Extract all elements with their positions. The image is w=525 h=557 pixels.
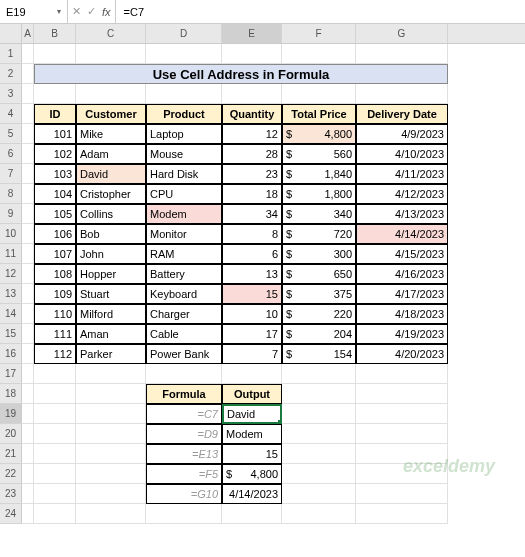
row-header[interactable]: 8: [0, 184, 22, 204]
row-header[interactable]: 20: [0, 424, 22, 444]
cell[interactable]: [22, 404, 34, 424]
col-header-d[interactable]: D: [146, 24, 222, 43]
cell-qty[interactable]: 18: [222, 184, 282, 204]
cell-id[interactable]: 102: [34, 144, 76, 164]
cell-date[interactable]: 4/16/2023: [356, 264, 448, 284]
formula-header[interactable]: Formula: [146, 384, 222, 404]
cell-customer[interactable]: Bob: [76, 224, 146, 244]
cell-id[interactable]: 105: [34, 204, 76, 224]
row-header[interactable]: 2: [0, 64, 22, 84]
output-cell[interactable]: 15: [222, 444, 282, 464]
output-cell[interactable]: $4,800: [222, 464, 282, 484]
cell[interactable]: [22, 264, 34, 284]
formula-cell[interactable]: =D9: [146, 424, 222, 444]
col-header-a[interactable]: A: [22, 24, 34, 43]
cell[interactable]: [76, 424, 146, 444]
row-header[interactable]: 14: [0, 304, 22, 324]
cell-date[interactable]: 4/10/2023: [356, 144, 448, 164]
fx-icon[interactable]: fx: [102, 6, 111, 18]
header-quantity[interactable]: Quantity: [222, 104, 282, 124]
cell[interactable]: [34, 384, 76, 404]
header-delivery[interactable]: Delivery Date: [356, 104, 448, 124]
cell-price[interactable]: $204: [282, 324, 356, 344]
cell[interactable]: [34, 44, 76, 64]
col-header-b[interactable]: B: [34, 24, 76, 43]
formula-cell[interactable]: =E13: [146, 444, 222, 464]
row-header[interactable]: 4: [0, 104, 22, 124]
cell[interactable]: [76, 444, 146, 464]
cell[interactable]: [356, 484, 448, 504]
cell-price[interactable]: $375: [282, 284, 356, 304]
cell-id[interactable]: 109: [34, 284, 76, 304]
output-cell[interactable]: Modem: [222, 424, 282, 444]
row-header[interactable]: 19: [0, 404, 22, 424]
cell-product[interactable]: Mouse: [146, 144, 222, 164]
cell-id[interactable]: 104: [34, 184, 76, 204]
cell[interactable]: [282, 364, 356, 384]
formula-bar-value[interactable]: =C7: [116, 6, 153, 18]
cell[interactable]: [22, 104, 34, 124]
row-header[interactable]: 24: [0, 504, 22, 524]
header-product[interactable]: Product: [146, 104, 222, 124]
cell[interactable]: [34, 84, 76, 104]
row-header[interactable]: 11: [0, 244, 22, 264]
row-header[interactable]: 23: [0, 484, 22, 504]
cell-date[interactable]: 4/20/2023: [356, 344, 448, 364]
cell[interactable]: [22, 84, 34, 104]
cell-date[interactable]: 4/17/2023: [356, 284, 448, 304]
cell-product[interactable]: Charger: [146, 304, 222, 324]
cell-price[interactable]: $220: [282, 304, 356, 324]
cell-customer[interactable]: Mike: [76, 124, 146, 144]
cell-customer[interactable]: Milford: [76, 304, 146, 324]
cell[interactable]: [222, 504, 282, 524]
row-header[interactable]: 22: [0, 464, 22, 484]
col-header-c[interactable]: C: [76, 24, 146, 43]
cell[interactable]: [76, 464, 146, 484]
cell-customer[interactable]: Cristopher: [76, 184, 146, 204]
name-box[interactable]: E19 ▾: [0, 0, 68, 23]
cell-date[interactable]: 4/9/2023: [356, 124, 448, 144]
cell-product[interactable]: Laptop: [146, 124, 222, 144]
cell[interactable]: [34, 424, 76, 444]
cell-customer[interactable]: Aman: [76, 324, 146, 344]
cell-date[interactable]: 4/11/2023: [356, 164, 448, 184]
cell[interactable]: [22, 64, 34, 84]
cell[interactable]: [282, 44, 356, 64]
cell[interactable]: [22, 484, 34, 504]
cell-date[interactable]: 4/13/2023: [356, 204, 448, 224]
cell[interactable]: [222, 44, 282, 64]
cell-qty[interactable]: 15: [222, 284, 282, 304]
cell[interactable]: [22, 424, 34, 444]
cell[interactable]: [22, 304, 34, 324]
cell-product[interactable]: Modem: [146, 204, 222, 224]
cell[interactable]: [356, 444, 448, 464]
cell-product[interactable]: CPU: [146, 184, 222, 204]
cell[interactable]: [22, 164, 34, 184]
cell[interactable]: [282, 444, 356, 464]
cell-id[interactable]: 101: [34, 124, 76, 144]
cell[interactable]: [34, 444, 76, 464]
cell[interactable]: [356, 504, 448, 524]
cell[interactable]: [22, 244, 34, 264]
cell-date[interactable]: 4/14/2023: [356, 224, 448, 244]
cell[interactable]: [22, 324, 34, 344]
cell[interactable]: [34, 504, 76, 524]
cell-price[interactable]: $340: [282, 204, 356, 224]
confirm-icon[interactable]: ✓: [87, 5, 96, 18]
cell[interactable]: [146, 84, 222, 104]
cell-date[interactable]: 4/12/2023: [356, 184, 448, 204]
row-header[interactable]: 12: [0, 264, 22, 284]
cell[interactable]: [22, 224, 34, 244]
cell[interactable]: [282, 464, 356, 484]
col-header-g[interactable]: G: [356, 24, 448, 43]
cell-qty[interactable]: 10: [222, 304, 282, 324]
row-header[interactable]: 6: [0, 144, 22, 164]
formula-cell[interactable]: =G10: [146, 484, 222, 504]
cell[interactable]: [22, 504, 34, 524]
cell[interactable]: [76, 504, 146, 524]
cell-qty[interactable]: 13: [222, 264, 282, 284]
cell[interactable]: [22, 204, 34, 224]
cell-id[interactable]: 110: [34, 304, 76, 324]
header-id[interactable]: ID: [34, 104, 76, 124]
cell[interactable]: [76, 44, 146, 64]
